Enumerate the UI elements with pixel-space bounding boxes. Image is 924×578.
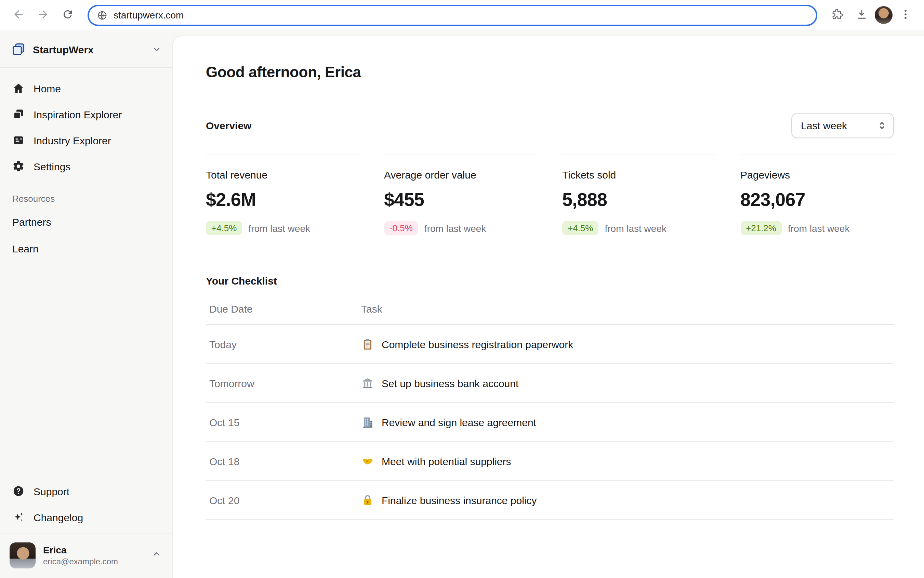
delta-badge: +4.5% xyxy=(562,221,598,235)
delta-note: from last week xyxy=(788,222,850,234)
delta-note: from last week xyxy=(605,222,666,234)
screen: startupwerx.com xyxy=(0,0,924,578)
app-frame: StartupWerx Home Inspiration Explorer xyxy=(0,30,924,578)
due-date: Tomorrow xyxy=(206,377,361,389)
refresh-button[interactable] xyxy=(56,3,79,27)
task-text: Finalize business insurance policy xyxy=(382,494,537,506)
stat-label: Tickets sold xyxy=(562,169,716,180)
address-bar[interactable]: startupwerx.com xyxy=(88,5,817,26)
refresh-icon xyxy=(62,8,74,22)
clipboard-icon xyxy=(361,338,374,351)
sidebar-item-learn[interactable]: Learn xyxy=(5,236,167,261)
startupwerx-logo-icon xyxy=(11,42,26,57)
kebab-menu-icon xyxy=(900,8,912,22)
stat-label: Average order value xyxy=(384,169,538,180)
stat-value: $455 xyxy=(384,190,538,211)
workspace-switcher[interactable]: StartupWerx xyxy=(0,30,172,68)
user-email: erica@example.com xyxy=(43,557,118,567)
browser-menu-button[interactable] xyxy=(894,3,917,27)
table-row: Oct 18 Meet with potential suppliers xyxy=(206,442,894,481)
sidebar-item-label: Changelog xyxy=(34,511,83,523)
back-icon xyxy=(12,8,24,22)
browser-profile-avatar[interactable] xyxy=(875,6,893,24)
primary-nav: Home Inspiration Explorer Industry Explo… xyxy=(0,68,172,179)
lock-icon xyxy=(361,494,374,507)
browser-chrome: startupwerx.com xyxy=(0,0,924,30)
column-header-due-date: Due Date xyxy=(206,303,361,315)
stat-label: Pageviews xyxy=(740,169,894,180)
task-text: Set up business bank account xyxy=(382,377,519,389)
stats-grid: Total revenue $2.6M +4.5% from last week… xyxy=(206,154,894,235)
gear-icon xyxy=(12,160,24,172)
question-circle-icon xyxy=(12,485,24,497)
stat-value: 823,067 xyxy=(740,190,894,211)
sidebar-item-inspiration-explorer[interactable]: Inspiration Explorer xyxy=(5,102,167,127)
sidebar-item-changelog[interactable]: Changelog xyxy=(5,505,167,529)
overview-title: Overview xyxy=(206,120,251,132)
sidebar-item-label: Settings xyxy=(34,161,70,172)
extensions-button[interactable] xyxy=(825,3,849,27)
user-menu[interactable]: Erica erica@example.com xyxy=(0,534,172,578)
sidebar-item-industry-explorer[interactable]: Industry Explorer xyxy=(5,128,167,153)
extensions-icon xyxy=(831,8,843,22)
table-row: Today Complete business registration pap… xyxy=(206,325,894,364)
sidebar-item-label: Inspiration Explorer xyxy=(34,109,122,120)
sidebar-item-home[interactable]: Home xyxy=(5,76,167,101)
back-button[interactable] xyxy=(7,3,30,27)
date-range-value: Last week xyxy=(801,120,847,132)
main-panel: Good afternoon, Erica Overview Last week… xyxy=(172,36,924,578)
stat-total-revenue: Total revenue $2.6M +4.5% from last week xyxy=(206,154,360,235)
due-date: Today xyxy=(206,338,361,350)
page-title: Good afternoon, Erica xyxy=(206,63,894,81)
bank-icon xyxy=(361,377,374,390)
handshake-icon xyxy=(361,455,374,468)
sparkles-icon xyxy=(12,511,24,523)
due-date: Oct 20 xyxy=(206,494,361,506)
user-name: Erica xyxy=(43,544,118,555)
checklist-table: Due Date Task Today Complete business re… xyxy=(206,295,894,520)
delta-badge: +21.2% xyxy=(740,221,782,235)
url-text: startupwerx.com xyxy=(113,10,184,21)
sidebar-item-support[interactable]: Support xyxy=(5,479,167,503)
home-icon xyxy=(12,82,24,94)
office-building-icon xyxy=(361,416,374,429)
task-text: Complete business registration paperwork xyxy=(382,338,573,350)
chevron-down-icon xyxy=(152,44,161,54)
delta-note: from last week xyxy=(425,222,486,234)
brand-name: StartupWerx xyxy=(33,44,94,55)
resources-section-label: Resources xyxy=(0,179,172,209)
footer-nav: Support Changelog xyxy=(0,479,172,534)
sidebar-item-label: Industry Explorer xyxy=(34,135,111,146)
column-header-task: Task xyxy=(361,303,894,315)
sidebar-item-partners[interactable]: Partners xyxy=(5,209,167,235)
table-row: Oct 15 Review and sign lease agreement xyxy=(206,403,894,442)
sidebar-item-label: Home xyxy=(34,83,61,94)
chevron-up-icon xyxy=(152,549,161,562)
user-meta: Erica erica@example.com xyxy=(43,544,118,567)
forward-icon xyxy=(37,8,49,22)
task-text: Review and sign lease agreement xyxy=(382,416,536,428)
sidebar-item-settings[interactable]: Settings xyxy=(5,154,167,179)
forward-button[interactable] xyxy=(31,3,55,27)
stack-icon xyxy=(12,108,24,120)
due-date: Oct 18 xyxy=(206,455,361,467)
checklist-header-row: Due Date Task xyxy=(206,295,894,325)
table-row: Tomorrow Set up business bank account xyxy=(206,364,894,403)
stat-pageviews: Pageviews 823,067 +21.2% from last week xyxy=(740,154,894,235)
stat-value: 5,888 xyxy=(562,190,716,211)
delta-note: from last week xyxy=(248,222,310,234)
checklist-title: Your Checklist xyxy=(206,275,894,287)
stat-tickets-sold: Tickets sold 5,888 +4.5% from last week xyxy=(562,154,716,235)
stat-value: $2.6M xyxy=(206,190,360,211)
badge-icon xyxy=(12,134,24,146)
unfold-icon xyxy=(877,120,887,131)
download-button[interactable] xyxy=(850,3,874,27)
sidebar-item-label: Support xyxy=(34,485,70,497)
table-row: Oct 20 Finalize business insurance polic… xyxy=(206,481,894,520)
delta-badge: +4.5% xyxy=(206,221,242,235)
due-date: Oct 15 xyxy=(206,416,361,428)
task-text: Meet with potential suppliers xyxy=(382,455,511,467)
download-icon xyxy=(856,8,868,22)
overview-header: Overview Last week xyxy=(206,113,894,138)
date-range-select[interactable]: Last week xyxy=(791,113,894,138)
